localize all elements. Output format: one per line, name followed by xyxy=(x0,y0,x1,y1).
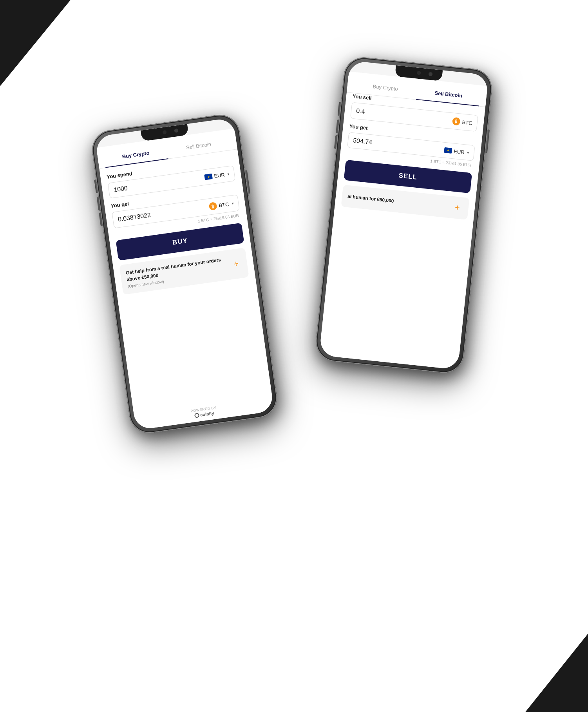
buy-form: You spend 1000 ★ EUR ▾ xyxy=(99,149,271,413)
spend-currency-selector[interactable]: ★ EUR ▾ xyxy=(204,171,230,180)
help-text: Get help from a real human for your orde… xyxy=(125,256,227,288)
phone-right: Buy Crypto Sell Bitcoin You sell 0.4 xyxy=(314,55,494,375)
btc-sell-icon: ₿ xyxy=(452,117,460,125)
sell-form: You sell 0.4 ₿ BTC You get xyxy=(319,92,485,370)
sell-currency-label: BTC xyxy=(461,119,472,126)
sell-get-chevron-icon: ▾ xyxy=(467,150,469,154)
sell-value: 0.4 xyxy=(356,107,453,124)
phones-container: Buy Crypto Sell Bitcoin You spend 1000 xyxy=(98,43,490,670)
eur-flag-sell-icon: ★ xyxy=(443,147,452,153)
phone-left: Buy Crypto Sell Bitcoin You spend 1000 xyxy=(89,112,279,435)
sell-currency-selector[interactable]: ₿ BTC xyxy=(452,117,472,127)
spend-chevron-icon: ▾ xyxy=(227,172,229,176)
sell-get-value: 504.74 xyxy=(353,137,444,153)
phone-right-content: Buy Crypto Sell Bitcoin You sell 0.4 xyxy=(319,71,487,370)
bg-decoration-br xyxy=(525,634,588,712)
get-currency-selector[interactable]: ₿ BTC ▾ xyxy=(208,199,234,210)
bg-decoration-tl xyxy=(0,0,71,86)
sell-get-currency-label: EUR xyxy=(453,148,465,155)
btc-icon: ₿ xyxy=(208,201,217,210)
eur-flag-icon: ★ xyxy=(204,173,212,180)
sell-help-text: al human for €50,000 xyxy=(347,193,447,210)
phone-left-content: Buy Crypto Sell Bitcoin You spend 1000 xyxy=(96,128,274,430)
spend-currency-label: EUR xyxy=(213,171,225,179)
sell-plus-icon: + xyxy=(451,201,463,214)
get-currency-label: BTC xyxy=(218,201,229,208)
sell-get-currency-selector[interactable]: ★ EUR ▾ xyxy=(443,147,469,156)
phone-right-screen: Buy Crypto Sell Bitcoin You sell 0.4 xyxy=(319,60,488,370)
plus-icon: + xyxy=(230,257,242,270)
get-chevron-icon: ▾ xyxy=(231,201,233,206)
sell-help-title: al human for €50,000 xyxy=(347,193,447,210)
coinify-circle-icon xyxy=(194,413,199,418)
